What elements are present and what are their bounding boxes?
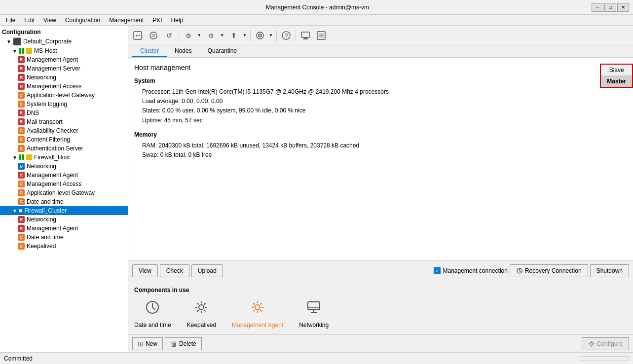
- menu-configuration[interactable]: Configuration: [61, 16, 104, 25]
- components-title: Components in use: [134, 287, 627, 293]
- sidebar-item-firewall-host[interactable]: ▼ Firewall_Host: [0, 153, 128, 162]
- svg-rect-13: [301, 32, 309, 37]
- sidebar-item-networking-cluster[interactable]: R Networking: [0, 215, 128, 224]
- sidebar-item-management-agent-fw[interactable]: R Management Agent: [0, 171, 128, 180]
- menu-help[interactable]: Help: [167, 16, 187, 25]
- sidebar-item-label: Application-level Gateway: [27, 92, 95, 99]
- toolbar-separator: [179, 30, 179, 41]
- sidebar-item-management-server[interactable]: R Management Server: [0, 64, 128, 73]
- sidebar-item-mail-transport[interactable]: R Mail transport: [0, 117, 128, 126]
- svg-text:⚙: ⚙: [208, 32, 214, 39]
- sidebar-item-management-access-fw[interactable]: C Management Access: [0, 180, 128, 188]
- sidebar-item-networking-fw[interactable]: U Networking: [0, 162, 128, 171]
- install-dropdown[interactable]: ⚙ ▼: [181, 28, 203, 43]
- sidebar-item-authentication-server[interactable]: C Authentication Server: [0, 144, 128, 153]
- networking-icon: [306, 299, 322, 319]
- sidebar-item-label: Management Agent: [27, 172, 78, 179]
- component-networking[interactable]: Networking: [299, 299, 329, 328]
- menu-pki[interactable]: PKI: [149, 16, 166, 25]
- sidebar-item-content-filtering[interactable]: C Content Filtering: [0, 135, 128, 144]
- badge-r: R: [18, 172, 25, 179]
- help-button[interactable]: ?: [279, 28, 294, 43]
- sidebar-item-management-access-1[interactable]: R Management Access: [0, 82, 128, 91]
- slave-button[interactable]: Slave: [601, 65, 632, 76]
- sidebar-item-dns[interactable]: R DNS: [0, 109, 128, 117]
- expand-icon: ▼: [12, 48, 18, 54]
- menu-edit[interactable]: Edit: [20, 16, 38, 25]
- check-button[interactable]: Check: [160, 264, 189, 277]
- sidebar-item-application-gateway-1[interactable]: C Application-level Gateway: [0, 91, 128, 100]
- config-button[interactable]: ⚙: [204, 28, 219, 43]
- badge-c: C: [18, 234, 25, 241]
- window-controls: ─ □ ✕: [592, 3, 629, 12]
- new-icon: ⊞: [138, 340, 144, 348]
- sidebar-item-label: Mail transport: [27, 118, 63, 125]
- sidebar-item-label: Firewall_Cluster: [24, 207, 67, 214]
- install-button[interactable]: ⚙: [181, 28, 196, 43]
- status-bar: Committed: [0, 352, 633, 364]
- badge-c: C: [18, 127, 25, 134]
- monitor1-button[interactable]: [298, 28, 313, 43]
- checkbox-icon: ✓: [434, 267, 441, 274]
- sidebar-item-availability-checker[interactable]: C Availability Checker: [0, 126, 128, 135]
- upload-action-button[interactable]: Upload: [191, 264, 223, 277]
- management-connection-toggle[interactable]: ✓ Management connection: [434, 267, 507, 274]
- host-square-icon: [26, 154, 32, 160]
- sidebar-item-application-gateway-fw[interactable]: C Application-level Gateway: [0, 188, 128, 197]
- sidebar-item-networking-1[interactable]: R Networking: [0, 73, 128, 82]
- minimize-button[interactable]: ─: [592, 3, 603, 12]
- cluster-icon: ■: [19, 207, 22, 214]
- back-button[interactable]: ↩: [130, 28, 145, 43]
- sidebar-item-management-agent-cluster[interactable]: R Management Agent: [0, 224, 128, 233]
- tab-nodes[interactable]: Nodes: [167, 45, 200, 57]
- recovery-connection-button[interactable]: Recovery Connection: [510, 264, 588, 277]
- close-button[interactable]: ✕: [617, 3, 629, 12]
- svg-text:↺: ↺: [166, 32, 172, 39]
- new-button[interactable]: ⊞ New: [132, 337, 163, 350]
- upload-arrow[interactable]: ▼: [241, 28, 248, 43]
- menu-file[interactable]: File: [2, 16, 19, 25]
- sidebar-item-management-agent-1[interactable]: R Management Agent: [0, 55, 128, 64]
- component-management-agent[interactable]: Management Agent: [232, 299, 283, 328]
- bottom-action-left: ⊞ New 🗑 Delete: [132, 337, 202, 350]
- sidebar-item-keepalived[interactable]: C Keepalived: [0, 242, 128, 251]
- sidebar-item-default-corporate[interactable]: ▼ ⬛ Default_Corporate: [0, 36, 128, 46]
- sidebar-item-label: Management Access: [27, 181, 81, 187]
- shutdown-button[interactable]: Shutdown: [590, 264, 629, 277]
- component-keepalived[interactable]: Keepalived: [187, 299, 216, 328]
- tab-cluster[interactable]: Cluster: [132, 45, 167, 57]
- target-dropdown[interactable]: ▼: [253, 28, 274, 43]
- component-date-time[interactable]: Date and time: [134, 299, 171, 328]
- sidebar-item-label: Management Access: [27, 83, 81, 90]
- bottom-action-right: Configure: [582, 337, 629, 350]
- sidebar-item-ms-host[interactable]: ▼ MS-Host: [0, 46, 128, 55]
- sidebar-item-date-time-fw[interactable]: C Date and time: [0, 197, 128, 206]
- target-button[interactable]: [253, 28, 267, 43]
- upload-button[interactable]: ⬆: [226, 28, 241, 43]
- master-button[interactable]: Master: [601, 76, 632, 87]
- component-label-networking: Networking: [299, 322, 329, 328]
- tab-quarantine[interactable]: Quarantine: [200, 45, 245, 57]
- delete-button[interactable]: 🗑 Delete: [165, 337, 202, 350]
- system-title: System: [134, 77, 627, 84]
- install-arrow[interactable]: ▼: [196, 28, 203, 43]
- sidebar-item-firewall-cluster[interactable]: ▼ ■ Firewall_Cluster: [0, 206, 128, 215]
- configure-button[interactable]: Configure: [582, 337, 629, 350]
- config-arrow[interactable]: ▼: [219, 28, 225, 43]
- restore-button[interactable]: □: [604, 3, 616, 12]
- toolbar-separator-3: [276, 30, 277, 41]
- target-arrow[interactable]: ▼: [267, 28, 274, 43]
- upload-dropdown[interactable]: ⬆ ▼: [226, 28, 248, 43]
- sidebar-item-system-logging[interactable]: C System logging: [0, 100, 128, 109]
- menu-view[interactable]: View: [39, 16, 60, 25]
- badge-r: R: [18, 56, 25, 63]
- sidebar-item-date-time-cluster[interactable]: C Date and time: [0, 233, 128, 242]
- reload-button[interactable]: ↺: [162, 28, 177, 43]
- view-button[interactable]: View: [132, 264, 158, 277]
- config-dropdown[interactable]: ⚙ ▼: [204, 28, 225, 43]
- refresh-button[interactable]: ⟳: [146, 28, 161, 43]
- menu-management[interactable]: Management: [105, 16, 148, 25]
- expand-icon: ▼: [12, 208, 18, 214]
- monitor2-button[interactable]: [314, 28, 329, 43]
- configuration-label: Configuration: [2, 29, 41, 36]
